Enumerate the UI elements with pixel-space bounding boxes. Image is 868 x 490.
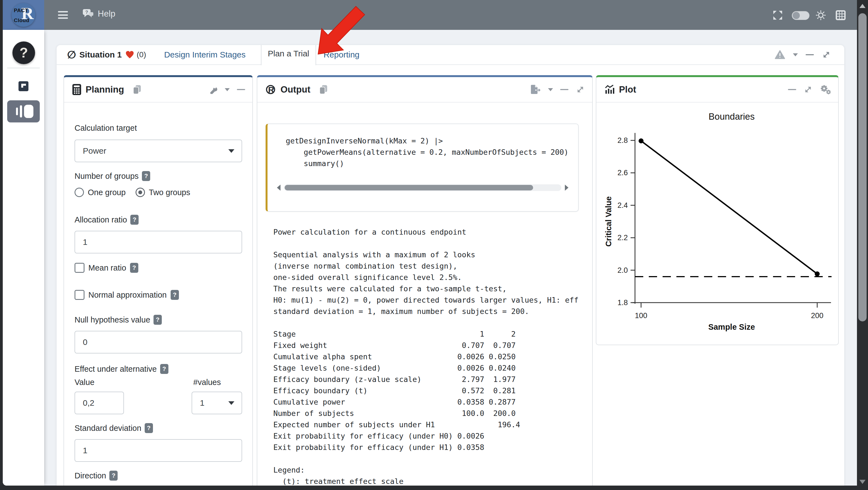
- plot-panel: Plot: [596, 75, 839, 345]
- copy-icon[interactable]: [319, 84, 328, 95]
- svg-text:100: 100: [635, 312, 647, 320]
- svg-text:2.8: 2.8: [617, 136, 628, 145]
- fullscreen-icon[interactable]: [773, 10, 783, 21]
- question-avatar[interactable]: ?: [12, 41, 35, 64]
- help-badge-icon[interactable]: ?: [154, 315, 162, 325]
- export-dropdown-caret[interactable]: [548, 88, 553, 91]
- planning-panel: Planning: [63, 75, 253, 486]
- svg-text:R: R: [268, 85, 274, 94]
- logo-line2: Cloud: [14, 18, 29, 24]
- radio-one-group[interactable]: [74, 188, 84, 197]
- nvalues-select[interactable]: 1: [192, 392, 242, 414]
- null-hypothesis-field: [74, 331, 242, 353]
- scroll-right-arrow[interactable]: [565, 184, 568, 191]
- radio-two-groups-selected[interactable]: [135, 188, 145, 197]
- effect-under-alternative-label: Effect under alternative ?: [74, 364, 168, 374]
- favorite-count: (0): [137, 50, 146, 59]
- sidebar-item-flag[interactable]: [19, 81, 28, 92]
- boundaries-chart: Boundaries1.82.02.22.42.62.8100200Sample…: [602, 106, 834, 341]
- svg-text:1.8: 1.8: [617, 298, 628, 307]
- code-horizontal-scrollbar: [277, 184, 568, 192]
- calculation-target-value: Power: [75, 146, 228, 155]
- svg-text:2.4: 2.4: [617, 201, 628, 209]
- situation-label: ∅ Situation 1: [67, 45, 122, 64]
- svg-text:Critical Value: Critical Value: [604, 196, 613, 247]
- expand-icon[interactable]: [822, 50, 831, 59]
- calculation-target-label: Calculation target: [74, 123, 137, 133]
- tab-reporting[interactable]: Reporting: [319, 45, 364, 64]
- svg-text:Boundaries: Boundaries: [709, 111, 755, 122]
- mean-ratio-label: Mean ratio: [88, 263, 126, 272]
- tabbar-actions: [775, 45, 831, 64]
- hamburger-menu-icon[interactable]: [58, 11, 68, 19]
- page-scrollbar[interactable]: [857, 0, 868, 490]
- normal-approximation-checkbox[interactable]: [74, 290, 85, 300]
- planning-minimize-icon[interactable]: [237, 89, 245, 90]
- app-logo[interactable]: R PACT Cloud: [3, 0, 44, 30]
- rpact-logo-icon: R PACT Cloud: [11, 3, 35, 27]
- help-badge-icon[interactable]: ?: [145, 423, 153, 433]
- copy-icon[interactable]: [132, 84, 142, 95]
- calculation-target-select[interactable]: Power: [74, 140, 242, 162]
- help-badge-icon[interactable]: ?: [109, 471, 118, 481]
- scrollbar-thumb[interactable]: [285, 185, 533, 191]
- situation-title: Situation 1: [80, 50, 122, 59]
- allocation-ratio-input[interactable]: [75, 231, 242, 253]
- tab-plan-a-trial-active[interactable]: Plan a Trial: [261, 45, 316, 65]
- wrench-dropdown-caret[interactable]: [225, 88, 230, 91]
- output-minimize-icon[interactable]: [560, 89, 568, 90]
- help-badge-icon[interactable]: ?: [170, 290, 179, 300]
- wrench-icon[interactable]: [209, 85, 218, 94]
- effect-value-input[interactable]: [75, 392, 123, 414]
- brightness-icon[interactable]: [815, 10, 826, 21]
- theme-toggle[interactable]: [792, 11, 809, 20]
- r-code-box: getDesignInverseNormal(kMax = 2) |> getP…: [266, 123, 579, 212]
- apps-grid-icon[interactable]: [835, 10, 846, 21]
- svg-text:Sample Size: Sample Size: [708, 322, 755, 332]
- minimize-icon[interactable]: [806, 54, 814, 55]
- heart-icon: [125, 50, 134, 59]
- standard-deviation-input[interactable]: [75, 440, 242, 461]
- tab-design-interim-stages[interactable]: Design Interim Stages: [162, 45, 248, 64]
- mean-ratio-row: Mean ratio ?: [74, 263, 138, 273]
- scroll-up-arrow[interactable]: [860, 4, 866, 8]
- plot-minimize-icon[interactable]: [788, 89, 796, 90]
- left-sidebar: ?: [3, 30, 44, 486]
- help-button[interactable]: ? Help: [82, 8, 115, 19]
- plot-expand-icon[interactable]: [803, 85, 813, 94]
- export-icon[interactable]: [529, 84, 541, 95]
- groups-radio-row: One group Two groups: [74, 188, 190, 197]
- normal-approximation-row: Normal approximation ?: [74, 290, 179, 300]
- chevron-down-icon: [228, 149, 235, 153]
- nvalues-value: 1: [192, 398, 228, 408]
- null-hypothesis-input[interactable]: [75, 332, 242, 353]
- help-badge-icon[interactable]: ?: [142, 171, 150, 181]
- scrollbar-track[interactable]: [284, 184, 561, 191]
- help-badge-icon[interactable]: ?: [130, 215, 138, 225]
- output-expand-icon[interactable]: [576, 85, 585, 94]
- warning-dropdown-caret[interactable]: [793, 53, 798, 56]
- warning-icon[interactable]: [775, 50, 785, 59]
- plot-settings-gears-icon[interactable]: [820, 84, 831, 95]
- page-scrollbar-thumb[interactable]: [858, 13, 867, 321]
- favorite-button[interactable]: (0): [125, 45, 146, 64]
- help-badge-icon[interactable]: ?: [130, 263, 138, 273]
- main-content-card: ∅ Situation 1 (0) Design Interim Stages …: [57, 45, 844, 486]
- standard-deviation-field: [74, 439, 242, 462]
- top-navbar: R PACT Cloud ? Help: [3, 0, 857, 30]
- help-badge-icon[interactable]: ?: [160, 364, 168, 374]
- scroll-left-arrow[interactable]: [277, 184, 280, 191]
- empty-set-icon: ∅: [67, 49, 76, 61]
- number-of-groups-label: Number of groups ?: [74, 171, 150, 181]
- help-label: Help: [98, 9, 115, 19]
- logo-line1: PACT: [14, 7, 28, 13]
- app-window: R PACT Cloud ? Help: [3, 0, 857, 486]
- scroll-down-arrow[interactable]: [860, 480, 866, 484]
- allocation-ratio-label: Allocation ratio ?: [74, 215, 138, 225]
- toggle-knob: [793, 12, 800, 19]
- mean-ratio-checkbox[interactable]: [74, 263, 85, 273]
- svg-text:2.0: 2.0: [617, 266, 628, 275]
- output-header: R Output: [257, 77, 592, 103]
- svg-text:200: 200: [811, 312, 823, 320]
- sidebar-item-panels-active[interactable]: [7, 100, 40, 122]
